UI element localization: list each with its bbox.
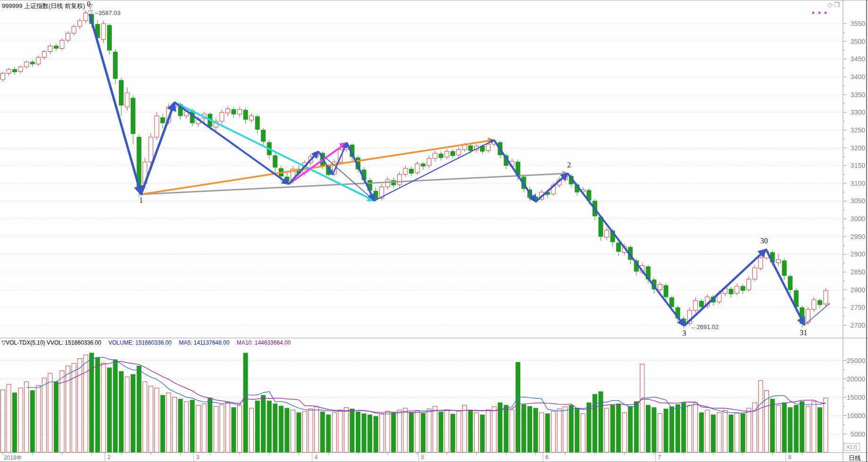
volume-indicator-label[interactable]: ▽VOL-TDX(5,10) VVOL: 151660336.00 bbox=[1, 339, 101, 346]
volume-bar bbox=[13, 393, 17, 452]
volume-bar bbox=[445, 410, 449, 452]
volume-bar bbox=[421, 413, 426, 453]
volume-bar bbox=[504, 405, 508, 453]
volume-bar bbox=[800, 402, 804, 453]
candle-body bbox=[54, 46, 58, 48]
volume-bar bbox=[18, 388, 23, 453]
candle-body bbox=[747, 279, 751, 290]
volume-bar bbox=[403, 408, 408, 453]
volume-bar bbox=[220, 404, 224, 452]
volume-bar bbox=[409, 412, 413, 452]
swing-point-label: 1 bbox=[139, 196, 143, 204]
volume-bar bbox=[699, 412, 703, 452]
trend-line-blue[interactable] bbox=[347, 143, 374, 201]
volume-bar bbox=[676, 404, 680, 452]
volume-bar bbox=[42, 378, 46, 453]
year-label: 2018年 bbox=[4, 454, 22, 462]
volume-bar bbox=[658, 414, 662, 453]
toolbar-dot-icon bbox=[825, 12, 826, 14]
volume-bar bbox=[72, 363, 76, 453]
volume-bar bbox=[735, 412, 739, 452]
price-tick-label: 3250 bbox=[851, 126, 865, 134]
candle-body bbox=[232, 109, 236, 114]
candle-body bbox=[818, 300, 822, 305]
volume-bar bbox=[693, 403, 698, 452]
volume-bar bbox=[78, 359, 82, 453]
restore-icon[interactable]: ❐ bbox=[834, 1, 842, 8]
volume-bar bbox=[143, 382, 147, 453]
volume-bar bbox=[705, 410, 709, 453]
candle-body bbox=[752, 268, 757, 279]
volume-bar bbox=[279, 406, 283, 452]
volume-bar bbox=[25, 382, 29, 453]
volume-bar bbox=[415, 411, 419, 453]
candle-body bbox=[741, 286, 745, 290]
trend-line-blue[interactable] bbox=[684, 249, 766, 326]
volume-bar bbox=[439, 412, 443, 453]
volume-bar bbox=[196, 405, 200, 453]
volume-bar bbox=[350, 409, 354, 452]
volume-bar bbox=[332, 412, 336, 452]
volume-bar bbox=[593, 394, 597, 452]
candle-body bbox=[220, 112, 224, 121]
volume-bar bbox=[551, 411, 556, 452]
volume-bar bbox=[634, 402, 638, 453]
chart-header: 999999 上证指数(日线 前复权)▽ bbox=[2, 2, 92, 10]
volume-bar bbox=[137, 366, 141, 452]
trend-lines[interactable] bbox=[90, 14, 830, 326]
volume-bar bbox=[167, 393, 171, 452]
candle-body bbox=[421, 164, 426, 166]
month-tick-label: 8 bbox=[788, 454, 792, 461]
price-tick-label: 3200 bbox=[851, 144, 865, 152]
high-price-annotation: ~3587.03 bbox=[95, 9, 121, 16]
volume-bar bbox=[267, 401, 271, 452]
low-price-annotation: ←2691.02 bbox=[691, 323, 719, 330]
toolbar-dot-icon bbox=[812, 12, 814, 14]
volume-bar bbox=[610, 405, 615, 453]
trend-line-cyan[interactable] bbox=[175, 102, 375, 201]
diamond-icon[interactable]: ◇ bbox=[827, 1, 834, 8]
volume-bar bbox=[747, 408, 751, 453]
period-selector[interactable]: 日线 bbox=[849, 454, 861, 462]
candle-body bbox=[72, 26, 76, 33]
volume-bar bbox=[427, 409, 431, 452]
trend-line-blue[interactable] bbox=[494, 140, 535, 202]
volume-bar bbox=[326, 415, 331, 453]
price-tick-label: 2700 bbox=[851, 322, 865, 329]
volume-bar bbox=[569, 405, 573, 453]
candles bbox=[1, 10, 828, 329]
volume-bar bbox=[113, 360, 117, 453]
collapse-main-icon[interactable]: ▽ bbox=[88, 2, 92, 9]
candle-body bbox=[433, 153, 437, 158]
volume-bar bbox=[759, 380, 763, 452]
price-tick-label: 2950 bbox=[851, 233, 865, 240]
volume-bar bbox=[516, 362, 520, 452]
volume-bar bbox=[101, 363, 106, 453]
volume-bar bbox=[486, 410, 491, 452]
volume-bar bbox=[1, 390, 5, 453]
volume-bar bbox=[776, 405, 781, 453]
candle-body bbox=[735, 286, 739, 293]
volume-tick-label: 15000 bbox=[847, 394, 865, 401]
trend-line-blue[interactable] bbox=[536, 173, 568, 202]
price-tick-label: 3350 bbox=[851, 91, 865, 99]
swing-point-label: 2 bbox=[567, 161, 571, 169]
volume-bar bbox=[374, 416, 378, 452]
candle-body bbox=[261, 130, 266, 141]
trend-line-blue[interactable] bbox=[175, 102, 289, 184]
candle-body bbox=[397, 174, 401, 185]
volume-ma10-line bbox=[56, 362, 826, 412]
candle-body bbox=[445, 151, 449, 157]
candle-body bbox=[670, 297, 674, 307]
volume-bar bbox=[670, 407, 674, 453]
volume-bar bbox=[717, 412, 721, 452]
volume-bar bbox=[238, 405, 242, 453]
candle-body bbox=[13, 69, 17, 72]
volume-bar bbox=[563, 407, 568, 453]
trend-line-blue[interactable] bbox=[568, 173, 684, 326]
volume-ma5-label: MA5: 141137648.00 bbox=[179, 339, 229, 346]
volume-bar bbox=[320, 412, 325, 453]
candle-body bbox=[451, 151, 455, 156]
volume-tick-label: 5000 bbox=[851, 430, 865, 438]
high-callout-hook bbox=[88, 10, 93, 12]
